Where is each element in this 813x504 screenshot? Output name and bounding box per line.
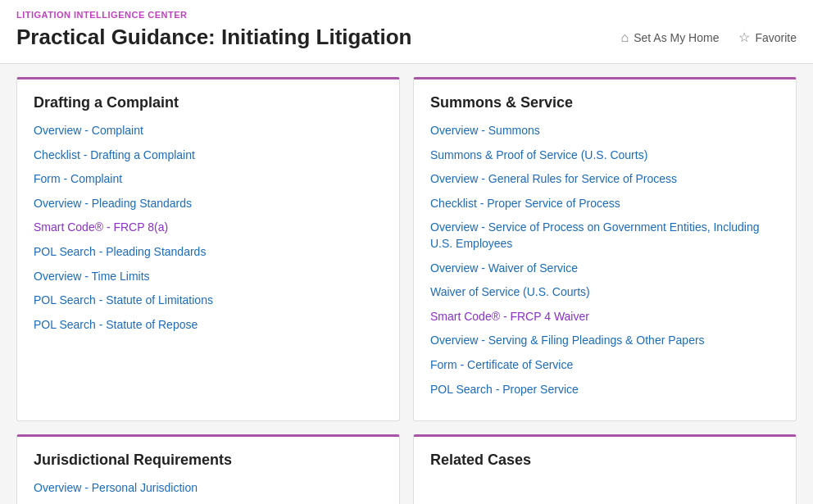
card-drafting-complaint: Drafting a ComplaintOverview - Complaint… xyxy=(16,77,400,421)
card-title-drafting-complaint: Drafting a Complaint xyxy=(34,94,383,111)
link-summons-service-6[interactable]: Waiver of Service (U.S. Courts) xyxy=(430,284,779,301)
card-title-summons-service: Summons & Service xyxy=(430,94,779,111)
site-label: LITIGATION INTELLIGENCE CENTER xyxy=(16,10,797,20)
link-drafting-complaint-0[interactable]: Overview - Complaint xyxy=(34,123,383,139)
link-summons-service-8[interactable]: Overview - Serving & Filing Pleadings & … xyxy=(430,333,779,349)
link-summons-service-2[interactable]: Overview - General Rules for Service of … xyxy=(430,171,779,188)
link-summons-service-10[interactable]: POL Search - Proper Service xyxy=(430,382,779,398)
link-drafting-complaint-2[interactable]: Form - Complaint xyxy=(34,171,383,188)
header-actions: ⌂ Set As My Home ☆ Favorite xyxy=(620,30,797,45)
link-summons-service-5[interactable]: Overview - Waiver of Service xyxy=(430,261,779,277)
main-content: Drafting a ComplaintOverview - Complaint… xyxy=(0,64,813,504)
star-icon: ☆ xyxy=(738,30,750,45)
page-title: Practical Guidance: Initiating Litigatio… xyxy=(16,25,412,50)
link-drafting-complaint-8[interactable]: POL Search - Statute of Repose xyxy=(34,317,383,334)
link-summons-service-1[interactable]: Summons & Proof of Service (U.S. Courts) xyxy=(430,148,779,164)
card-title-jurisdictional-requirements: Jurisdictional Requirements xyxy=(34,452,383,469)
link-drafting-complaint-6[interactable]: Overview - Time Limits xyxy=(34,269,383,285)
link-summons-service-9[interactable]: Form - Certificate of Service xyxy=(430,357,779,374)
link-summons-service-4[interactable]: Overview - Service of Process on Governm… xyxy=(430,220,779,252)
card-summons-service: Summons & ServiceOverview - SummonsSummo… xyxy=(413,77,797,421)
link-drafting-complaint-5[interactable]: POL Search - Pleading Standards xyxy=(34,244,383,261)
link-drafting-complaint-4[interactable]: Smart Code® - FRCP 8(a) xyxy=(34,220,383,236)
link-drafting-complaint-3[interactable]: Overview - Pleading Standards xyxy=(34,196,383,212)
link-drafting-complaint-7[interactable]: POL Search - Statute of Limitations xyxy=(34,293,383,309)
link-jurisdictional-requirements-0[interactable]: Overview - Personal Jurisdiction xyxy=(34,480,383,497)
favorite-label: Favorite xyxy=(755,31,797,44)
card-related-cases: Related Cases xyxy=(413,434,797,504)
link-summons-service-0[interactable]: Overview - Summons xyxy=(430,123,779,139)
page-header: LITIGATION INTELLIGENCE CENTER Practical… xyxy=(0,0,813,64)
link-drafting-complaint-1[interactable]: Checklist - Drafting a Complaint xyxy=(34,148,383,164)
card-title-related-cases: Related Cases xyxy=(430,452,779,469)
link-summons-service-3[interactable]: Checklist - Proper Service of Process xyxy=(430,196,779,212)
set-home-button[interactable]: ⌂ Set As My Home xyxy=(620,30,719,45)
home-icon: ⌂ xyxy=(620,30,629,45)
favorite-button[interactable]: ☆ Favorite xyxy=(738,30,797,45)
card-jurisdictional-requirements: Jurisdictional RequirementsOverview - Pe… xyxy=(16,434,400,504)
link-summons-service-7[interactable]: Smart Code® - FRCP 4 Waiver xyxy=(430,309,779,325)
set-home-label: Set As My Home xyxy=(634,31,719,44)
